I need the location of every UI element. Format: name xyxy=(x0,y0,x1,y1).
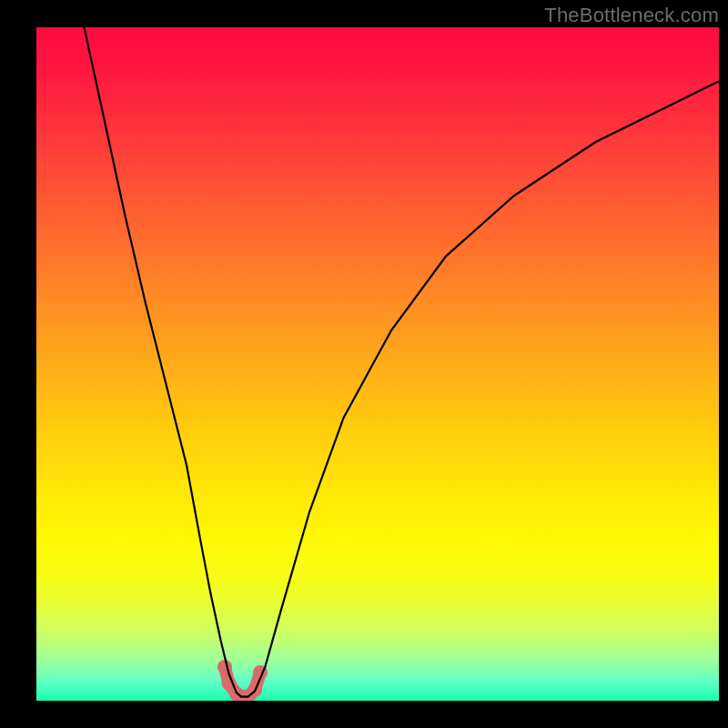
bottleneck-curve xyxy=(85,27,720,697)
plot-area xyxy=(36,27,719,701)
chart-frame: TheBottleneck.com xyxy=(0,0,728,728)
watermark-text: TheBottleneck.com xyxy=(544,4,719,27)
curve-layer xyxy=(36,27,719,701)
highlight-dot xyxy=(217,660,232,674)
